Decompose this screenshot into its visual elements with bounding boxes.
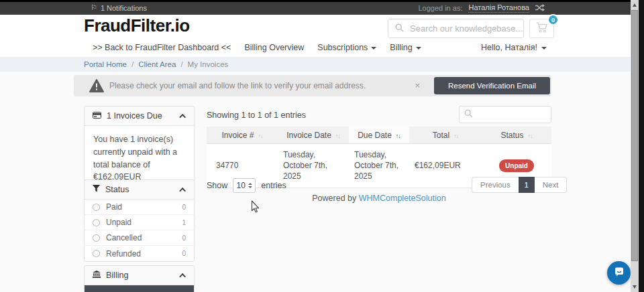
sidebar-item-my-invoices[interactable]: My Invoices [85,285,194,292]
column-label: Total [433,131,449,140]
nav-back-label: >> Back to FraudFilter Dashboard << [93,43,231,52]
billing-panel-header[interactable]: Billing [85,266,194,285]
due-date-cell: Tuesday, October 7th, 2025 [349,144,409,188]
column-label: Invoice # [221,131,254,140]
knowledgebase-search[interactable] [388,19,524,38]
column-header-invoice-date[interactable]: Invoice Date [278,127,349,144]
radio-icon[interactable] [93,234,100,242]
user-menu-label: Hello, Наталія! [481,43,537,52]
top-notification-bar: ⚐ 1 Notifications Logged in as: Наталія … [0,0,639,15]
filter-icon [93,185,100,194]
chevron-down-icon [541,47,547,50]
current-page-button[interactable]: 1 [519,177,535,193]
radio-icon[interactable] [93,250,100,257]
vertical-scrollbar[interactable] [631,0,639,292]
logged-in-as: Logged in as: Наталія Ротанова [418,3,545,13]
status-option-count: 0 [182,204,186,211]
chat-launcher-button[interactable] [607,261,631,285]
powered-by-label: Powered by [312,194,356,203]
column-header-status[interactable]: Status [482,127,551,144]
scrollbar-thumb[interactable] [631,10,638,261]
status-option-label: Refunded [106,249,141,259]
site-logo[interactable]: FraudFilter.io [84,15,190,36]
chevron-down-icon [371,47,376,50]
status-filter-panel: Status Paid 0 Unpaid 1 Cancelled 0 Refun… [84,179,195,262]
page-size-select[interactable]: 10 [233,178,256,193]
alert-message: Please check your email and follow the l… [109,75,366,96]
column-header-total[interactable]: Total [409,127,482,144]
notifications-label: 1 Notifications [101,4,147,12]
mouse-cursor [251,200,260,216]
search-icon [464,108,473,121]
chevron-down-icon [416,47,421,50]
cart-icon [536,22,548,35]
column-label: Invoice Date [286,131,331,140]
credit-card-icon [93,111,101,121]
cart-count-badge: 0 [547,14,559,25]
nav-back-to-dashboard[interactable]: >> Back to FraudFilter Dashboard << [93,43,231,52]
column-header-invoice-number[interactable]: Invoice # [207,127,278,144]
window-edge [639,0,644,292]
nav-billing[interactable]: Billing [390,43,421,52]
close-icon[interactable]: × [415,75,420,96]
status-filter-header[interactable]: Status [85,180,194,200]
pagination: Previous 1 Next [472,177,567,193]
entries-label: entries [261,181,286,190]
nav-subscriptions[interactable]: Subscriptions [317,43,376,52]
status-option-count: 0 [182,250,186,257]
sort-icon [335,131,340,140]
status-option-count: 1 [182,219,186,226]
page-size-value: 10 [237,181,246,190]
nav-billing-overview[interactable]: Billing Overview [244,43,304,52]
nav-billing-overview-label: Billing Overview [244,43,304,52]
breadcrumb-portal-home[interactable]: Portal Home [84,60,127,68]
radio-icon[interactable] [93,219,100,226]
column-header-due-date[interactable]: Due Date [349,127,409,144]
sort-icon [453,131,458,140]
status-option-label: Cancelled [106,233,142,242]
status-filter-title: Status [105,185,129,194]
nav-subscriptions-label: Subscriptions [317,43,368,52]
billing-panel-title: Billing [106,271,128,280]
nav-billing-label: Billing [390,43,412,52]
chat-bubble-icon [614,267,625,280]
breadcrumb: Portal Home / Client Area / My Invoices [0,57,639,72]
breadcrumb-separator: / [180,60,182,68]
previous-page-button[interactable]: Previous [472,177,519,193]
status-option-unpaid[interactable]: Unpaid 1 [85,215,194,230]
radio-icon[interactable] [93,204,100,211]
select-arrows-icon [248,183,252,188]
breadcrumb-client-area[interactable]: Client Area [138,60,176,68]
page-size-control: Show 10 entries [207,178,286,193]
user-menu[interactable]: Hello, Наталія! [481,43,547,52]
search-icon [395,23,404,35]
status-option-label: Paid [106,202,122,212]
flag-icon: ⚐ [91,3,97,12]
chevron-up-icon [179,113,186,120]
warning-icon [89,79,104,95]
table-search[interactable] [459,106,551,123]
scroll-up-arrow-icon[interactable] [633,3,637,7]
invoices-table-header: Invoice # Invoice Date Due Date Total St… [207,127,551,144]
bank-icon [93,271,101,280]
status-badge: Unpaid [499,159,534,173]
status-option-paid[interactable]: Paid 0 [85,200,194,215]
breadcrumb-separator: / [131,60,133,68]
scroll-down-arrow-icon[interactable] [633,285,637,289]
logged-in-user-link[interactable]: Наталія Ротанова [468,3,529,13]
sort-icon [258,131,263,140]
table-search-input[interactable] [477,110,546,119]
whmcs-link[interactable]: WHMCompleteSolution [359,194,446,203]
switch-user-icon[interactable] [535,4,545,13]
status-option-refunded[interactable]: Refunded 0 [85,246,194,261]
search-input[interactable] [410,23,528,33]
status-option-count: 0 [182,234,186,242]
invoices-due-header[interactable]: 1 Invoices Due [85,106,194,126]
column-label: Status [500,131,523,140]
notifications-link[interactable]: ⚐ 1 Notifications [91,3,147,12]
sort-icon [528,131,533,140]
cart-button[interactable]: 0 [529,19,554,38]
next-page-button[interactable]: Next [535,177,568,193]
status-option-cancelled[interactable]: Cancelled 0 [85,230,194,246]
resend-verification-button[interactable]: Resend Verification Email [434,77,550,94]
